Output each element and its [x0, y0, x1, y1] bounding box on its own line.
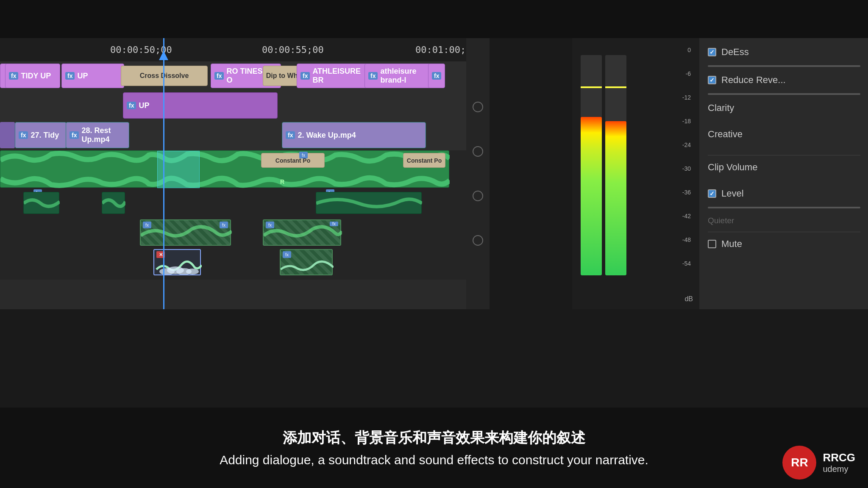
vu-container: 0 -6 -12 -18 -24 -30 -36 -42 -48 -54	[572, 38, 699, 275]
fx-badge: fx	[70, 131, 79, 139]
quieter-label: Quieter	[708, 216, 734, 225]
quieter-row: Quieter	[708, 216, 860, 225]
clip-volume-row: Clip Volume	[708, 162, 860, 180]
level-slider[interactable]	[708, 207, 860, 208]
vu-scale-minus30: -30	[682, 165, 691, 172]
track-v1: fx TIDY UP fx UP Cross Dissolve fx RO TI…	[0, 61, 487, 91]
a3-wave-1	[141, 219, 232, 245]
logo-circle: RR	[782, 446, 816, 480]
clip-volume-label: Clip Volume	[708, 162, 757, 173]
clarity-row: Clarity	[708, 103, 860, 121]
top-bar	[0, 0, 868, 38]
constant-power-1[interactable]: Constant Po	[261, 153, 325, 168]
scroll-circle-2[interactable]	[473, 146, 483, 157]
a4-wave-1	[154, 248, 202, 274]
reduce-reverb-checkbox[interactable]	[708, 76, 716, 84]
a4-wave-2	[281, 248, 334, 274]
deess-label: DeEss	[721, 47, 749, 58]
clip-fx-end[interactable]: fx	[428, 64, 445, 88]
vu-bar-2	[605, 55, 626, 275]
clip-27-tidy[interactable]: fx 27. Tidy	[15, 122, 67, 148]
a2-wave-1	[24, 192, 60, 214]
fx-badge: fx	[432, 72, 441, 80]
fx-badge: fx	[19, 131, 28, 139]
vu-scale-minus6: -6	[682, 70, 691, 77]
logo-text-stack: RRCG udemy	[823, 451, 855, 474]
a3-clip-1[interactable]: fx fx	[140, 219, 231, 246]
level-checkbox[interactable]	[708, 189, 716, 198]
scroll-circle-1[interactable]	[473, 102, 483, 112]
fx-badge: fx	[300, 72, 310, 80]
clip-label: athleisure brand-l	[380, 67, 428, 85]
vu-scale-0: 0	[682, 47, 691, 53]
creative-row: Creative	[708, 129, 860, 147]
a2-clip-1[interactable]	[23, 192, 59, 214]
fx-badge: fx	[286, 131, 295, 139]
a4-selection: ✕	[153, 249, 201, 275]
subtitle-bar: 添加对话、背景音乐和声音效果来构建你的叙述 Adding dialogue, a…	[0, 408, 868, 488]
fx-badge: fx	[368, 72, 378, 80]
clip-v3-start[interactable]	[0, 122, 15, 148]
section-divider-1	[708, 155, 860, 155]
track-a4: ✕ fx	[0, 248, 487, 280]
vu-scale-minus42: -42	[682, 213, 691, 219]
clip-up-2[interactable]: fx UP	[123, 92, 278, 119]
scroll-circle-4[interactable]	[473, 235, 483, 246]
time-ruler: 00:00:50;00 00:00:55;00 00:01:00;00	[0, 38, 487, 61]
deess-slider-row	[708, 65, 860, 67]
a2-wave-2	[102, 192, 125, 214]
vu-peak-2	[605, 86, 626, 88]
audio-clip-a1-main[interactable]: Constant Po Constant Po R fx	[0, 150, 449, 188]
clip-28-rest-up[interactable]: fx 28. Rest Up.mp4	[66, 122, 129, 148]
mute-checkbox[interactable]	[708, 240, 716, 248]
vu-scale-minus48: -48	[682, 236, 691, 243]
vu-scale-minus36: -36	[682, 189, 691, 196]
clip-2-wake-up[interactable]: fx 2. Wake Up.mp4	[282, 122, 426, 148]
clip-athleisure-br[interactable]: fx ATHLEISURE BR	[297, 64, 368, 88]
track-v2: fx UP	[0, 91, 487, 121]
vu-scale-minus12: -12	[682, 94, 691, 101]
a4-clip-2[interactable]: fx	[280, 249, 333, 275]
section-divider-2	[708, 232, 860, 232]
fx-badge: fx	[127, 102, 136, 109]
clip-athleisure-brand[interactable]: fx athleisure brand-l	[364, 64, 431, 88]
playhead[interactable]	[163, 38, 164, 309]
deess-slider[interactable]	[708, 65, 860, 67]
time-marker-2: 00:00:55;00	[262, 44, 324, 55]
clip-up-1[interactable]: fx UP	[61, 64, 124, 88]
level-slider-row	[708, 207, 860, 208]
clip-label: UP	[139, 101, 149, 110]
track-a2: fx fx	[0, 189, 487, 218]
clip-label: UP	[77, 72, 88, 80]
clip-label: TIDY UP	[21, 72, 51, 80]
platform-name: udemy	[823, 464, 855, 474]
a3-wave-2	[264, 219, 342, 245]
r-label: R	[280, 178, 284, 185]
reduce-reverb-slider-row	[708, 93, 860, 95]
fx-badge: fx	[214, 72, 224, 80]
a3-clip-2[interactable]: fx fx	[263, 219, 341, 246]
scroll-circle-3[interactable]	[473, 191, 483, 201]
constant-power-2[interactable]: Constant Po	[403, 153, 445, 168]
track-a1: Constant Po Constant Po R fx	[0, 150, 487, 189]
reduce-reverb-label: Reduce Reve...	[721, 75, 786, 86]
audio-fx-badge: fx	[299, 152, 308, 158]
track-v3: fx 27. Tidy fx 28. Rest Up.mp4 fx 2. Wak…	[0, 121, 487, 150]
deess-checkbox[interactable]	[708, 48, 716, 56]
a2-clip-2[interactable]	[102, 192, 125, 214]
brand-name: RRCG	[823, 451, 855, 464]
a2-clip-3[interactable]	[316, 192, 422, 214]
fx-badge: fx	[65, 72, 75, 80]
subtitle-en: Adding dialogue, a soundtrack and sound …	[220, 453, 648, 467]
deess-row: DeEss	[708, 47, 860, 58]
reduce-reverb-slider[interactable]	[708, 93, 860, 95]
logo-area: RR RRCG udemy	[782, 446, 855, 480]
vu-scale: 0 -6 -12 -18 -24 -30 -36 -42 -48 -54	[682, 47, 691, 267]
vu-panel: 0 -6 -12 -18 -24 -30 -36 -42 -48 -54 S S…	[572, 38, 699, 309]
clip-tidy-up[interactable]: fx TIDY UP	[5, 64, 60, 88]
vu-peak-1	[581, 86, 602, 88]
logo-icon-text: RR	[791, 456, 808, 469]
mute-label: Mute	[721, 238, 742, 250]
level-row: Level	[708, 188, 860, 199]
waveform-svg	[0, 151, 450, 188]
